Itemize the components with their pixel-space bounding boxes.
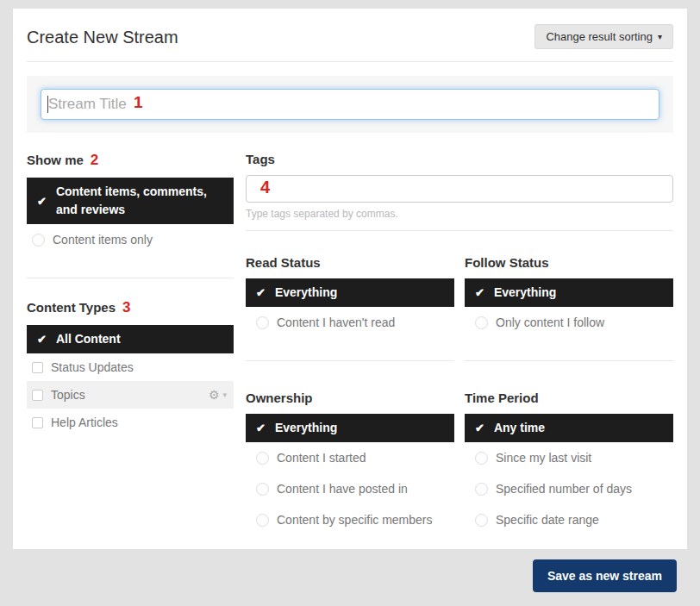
radio-icon[interactable] <box>256 316 269 329</box>
read-status-section: Read Status ✔ Everything Content I haven… <box>246 255 454 361</box>
check-icon: ✔ <box>37 330 47 348</box>
content-types-selected-option[interactable]: ✔ All Content <box>27 325 234 353</box>
show-me-heading: Show me2 <box>27 152 234 169</box>
show-me-section: Show me2 ✔ Content items, comments, and … <box>27 152 234 255</box>
form-body: Show me2 ✔ Content items, comments, and … <box>27 152 673 535</box>
left-column-divider <box>27 278 234 278</box>
annotation-3: 3 <box>122 299 130 315</box>
show-me-selected-label: Content items, comments, and reviews <box>56 183 223 219</box>
tags-divider <box>246 230 673 231</box>
content-types-selected-label: All Content <box>56 330 121 348</box>
change-result-sorting-label: Change result sorting <box>546 30 653 43</box>
ownership-option-started[interactable]: Content I started <box>246 442 454 473</box>
show-me-heading-label: Show me <box>27 153 84 167</box>
content-type-topics[interactable]: Topics ⚙ ▾ <box>27 381 234 409</box>
radio-icon[interactable] <box>256 483 269 496</box>
title-divider <box>27 61 673 62</box>
save-as-new-stream-button[interactable]: Save as new stream <box>533 559 677 592</box>
section-divider <box>465 360 673 361</box>
radio-icon[interactable] <box>475 483 488 496</box>
create-stream-panel: Create New Stream Change result sorting … <box>13 9 687 549</box>
option-label: Only content I follow <box>496 315 604 329</box>
section-divider <box>246 360 454 361</box>
ownership-selected-option[interactable]: ✔ Everything <box>246 414 454 442</box>
left-column: Show me2 ✔ Content items, comments, and … <box>27 152 234 535</box>
ownership-section: Ownership ✔ Everything Content I started… <box>246 390 454 535</box>
checkbox-icon[interactable] <box>32 417 43 428</box>
annotation-1: 1 <box>134 93 143 112</box>
radio-icon[interactable] <box>32 234 45 247</box>
content-types-heading-label: Content Types <box>27 300 116 315</box>
time-period-selected-label: Any time <box>494 419 545 437</box>
checkbox-icon[interactable] <box>32 362 43 373</box>
tags-section: Tags 4 Type tags separated by commas. <box>246 152 673 220</box>
show-me-selected-option[interactable]: ✔ Content items, comments, and reviews <box>27 178 234 224</box>
radio-icon[interactable] <box>256 514 269 527</box>
check-icon: ✔ <box>256 419 266 437</box>
change-result-sorting-button[interactable]: Change result sorting ▾ <box>534 24 673 49</box>
gear-icon: ⚙ <box>209 388 220 402</box>
follow-status-section: Follow Status ✔ Everything Only content … <box>465 255 673 361</box>
page-title: Create New Stream <box>27 28 178 47</box>
radio-icon[interactable] <box>475 452 488 465</box>
page-header: Create New Stream Change result sorting … <box>27 24 673 49</box>
time-period-option-number-of-days[interactable]: Specified number of days <box>465 473 673 504</box>
read-status-option-unread[interactable]: Content I haven't read <box>246 307 454 338</box>
annotation-4: 4 <box>260 178 270 197</box>
tags-input-wrap: 4 <box>246 175 673 203</box>
follow-status-selected-option[interactable]: ✔ Everything <box>465 278 673 307</box>
text-cursor <box>47 96 48 113</box>
ownership-option-specific-members[interactable]: Content by specific members <box>246 504 454 535</box>
ownership-heading: Ownership <box>246 390 454 405</box>
option-label: Content I started <box>277 451 366 465</box>
option-label: Content I haven't read <box>277 315 395 329</box>
option-label: Specified number of days <box>496 482 632 496</box>
right-column: Tags 4 Type tags separated by commas. Re… <box>246 152 673 535</box>
time-period-selected-option[interactable]: ✔ Any time <box>465 414 673 442</box>
check-icon: ✔ <box>37 192 47 210</box>
content-type-help-articles[interactable]: Help Articles <box>27 409 234 436</box>
content-type-status-updates[interactable]: Status Updates <box>27 353 234 381</box>
option-label: Status Updates <box>51 360 227 374</box>
topics-settings-button[interactable]: ⚙ ▾ <box>209 388 227 402</box>
option-label: Specific date range <box>496 513 599 527</box>
caret-down-icon: ▾ <box>222 390 227 399</box>
tags-heading: Tags <box>246 152 673 166</box>
follow-status-selected-label: Everything <box>494 284 556 302</box>
ownership-option-posted-in[interactable]: Content I have posted in <box>246 473 454 504</box>
check-icon: ✔ <box>256 284 266 302</box>
tags-input[interactable] <box>246 175 673 203</box>
ownership-selected-label: Everything <box>275 419 337 437</box>
time-period-section: Time Period ✔ Any time Since my last vis… <box>465 390 673 535</box>
read-status-selected-label: Everything <box>275 284 337 302</box>
stream-title-strip: 1 <box>27 76 673 133</box>
show-me-option-content-items-only[interactable]: Content items only <box>27 224 234 255</box>
filter-grid: Read Status ✔ Everything Content I haven… <box>246 255 673 535</box>
follow-status-heading: Follow Status <box>465 255 673 270</box>
radio-icon[interactable] <box>256 452 269 465</box>
content-types-heading: Content Types3 <box>27 299 234 316</box>
option-label: Content by specific members <box>277 513 433 527</box>
check-icon: ✔ <box>475 284 484 302</box>
checkbox-icon[interactable] <box>32 390 43 401</box>
caret-down-icon: ▾ <box>658 32 662 41</box>
option-label: Content I have posted in <box>277 482 408 496</box>
time-period-option-date-range[interactable]: Specific date range <box>465 504 673 535</box>
option-label: Topics <box>51 388 201 402</box>
check-icon: ✔ <box>475 419 484 437</box>
radio-icon[interactable] <box>475 316 488 329</box>
radio-icon[interactable] <box>475 514 488 527</box>
tags-hint: Type tags separated by commas. <box>246 208 673 220</box>
follow-status-option-followed[interactable]: Only content I follow <box>465 307 673 338</box>
option-label: Since my last visit <box>496 451 591 465</box>
time-period-option-last-visit[interactable]: Since my last visit <box>465 442 673 473</box>
option-label: Help Articles <box>51 415 227 429</box>
content-types-section: Content Types3 ✔ All Content Status Upda… <box>27 299 234 436</box>
time-period-heading: Time Period <box>465 390 673 405</box>
read-status-selected-option[interactable]: ✔ Everything <box>246 278 454 307</box>
read-status-heading: Read Status <box>246 255 454 270</box>
annotation-2: 2 <box>91 152 98 168</box>
option-label: Content items only <box>53 233 153 247</box>
